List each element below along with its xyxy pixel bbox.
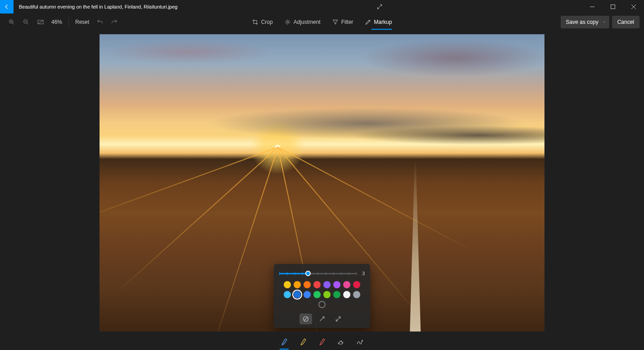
tab-label: Filter [341,19,354,25]
window-controls [582,0,644,14]
save-as-copy-button[interactable]: Save as copy [561,16,609,28]
fit-button[interactable] [33,15,48,29]
arrow-double[interactable] [332,314,345,324]
titlebar: Beautiful autumn evening on the fell in … [0,0,644,14]
close-button[interactable] [623,0,644,14]
tabs: Crop Adjustment Filter Markup [252,14,392,31]
color-swatch[interactable] [304,291,311,298]
pen-icon [365,19,371,25]
arrow-style-row [279,314,365,324]
pen-tool-2[interactable] [297,335,309,348]
fullscreen-button[interactable] [369,0,390,14]
redo-button[interactable] [107,15,122,29]
toolbar: 46% Reset Crop [0,14,644,31]
svg-rect-0 [611,5,615,9]
svg-point-4 [286,21,289,23]
color-swatch[interactable] [318,301,326,308]
color-swatch[interactable] [343,281,350,288]
tab-label: Adjustment [294,19,321,25]
back-button[interactable] [0,0,14,14]
sun-icon [285,19,291,25]
cancel-button[interactable]: Cancel [612,16,639,28]
color-swatch[interactable] [343,291,350,298]
pen-size-slider[interactable] [279,270,357,277]
color-swatch[interactable] [313,291,321,298]
tab-crop[interactable]: Crop [252,14,273,31]
color-swatch[interactable] [333,291,340,298]
color-swatch[interactable] [353,291,360,298]
color-swatch[interactable] [323,291,331,298]
color-swatch[interactable] [304,281,311,288]
zoom-out-button[interactable] [19,15,33,29]
color-swatch[interactable] [284,291,291,298]
arrow-none[interactable] [299,314,312,324]
button-label: Cancel [617,19,634,25]
color-swatch[interactable] [294,291,301,298]
image-path-decor [402,159,429,332]
canvas-area: 3 [0,31,644,333]
zoom-value: 46% [48,19,66,25]
button-label: Save as copy [566,19,599,25]
pen-tool-3[interactable] [316,335,328,348]
bottom-toolbar [0,333,644,350]
color-swatch[interactable] [294,281,301,288]
toolbar-right: Save as copy Cancel [561,16,639,28]
pen-size-value: 3 [360,271,365,276]
separator [68,18,69,27]
tab-adjustment[interactable]: Adjustment [285,14,321,31]
undo-button[interactable] [93,15,107,29]
chevron-down-icon[interactable] [602,20,607,24]
color-swatch[interactable] [323,281,331,288]
image-canvas[interactable]: 3 [100,34,544,332]
color-swatch[interactable] [313,281,321,288]
reset-button[interactable]: Reset [72,19,93,25]
tab-label: Crop [261,19,273,25]
tab-label: Markup [374,19,392,25]
markup-panel: 3 [274,264,370,328]
minimize-button[interactable] [582,0,603,14]
toolbar-left: 46% Reset [5,15,122,29]
arrow-single[interactable] [316,314,328,324]
ink-shape-tool[interactable] [354,335,366,348]
zoom-in-button[interactable] [5,15,19,29]
pen-tool-1[interactable] [278,335,290,348]
app-window: Beautiful autumn evening on the fell in … [0,0,644,350]
filter-icon [332,19,339,25]
eraser-tool[interactable] [335,335,347,348]
color-swatch[interactable] [333,281,340,288]
color-swatch[interactable] [284,281,291,288]
maximize-button[interactable] [603,0,623,14]
tab-markup[interactable]: Markup [365,14,392,31]
crop-icon [252,19,259,25]
file-name: Beautiful autumn evening on the fell in … [19,4,177,9]
color-swatch[interactable] [353,281,360,288]
tab-filter[interactable]: Filter [332,14,354,31]
color-palette [279,281,365,308]
pen-size-row: 3 [279,270,365,277]
